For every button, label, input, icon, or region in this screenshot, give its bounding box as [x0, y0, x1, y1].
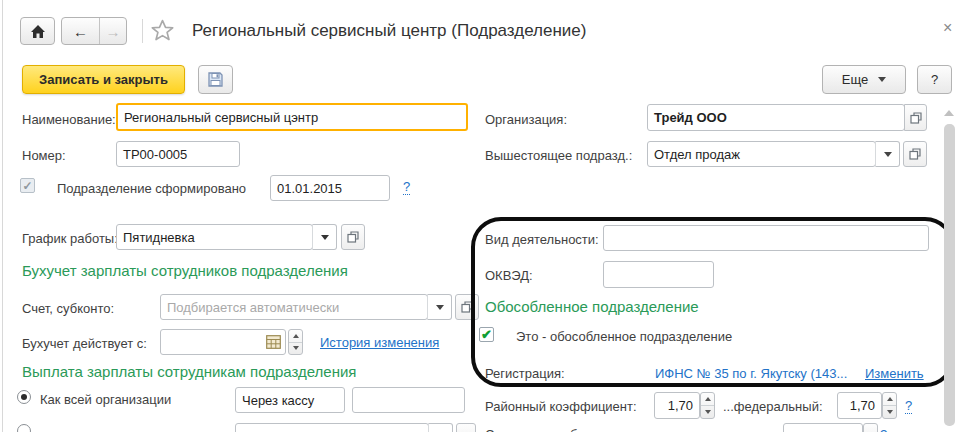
- okved-input[interactable]: [603, 261, 714, 288]
- activity-input[interactable]: [603, 225, 929, 251]
- section-payment-header: Выплата зарплаты сотрудникам подразделен…: [22, 363, 356, 380]
- account-open-button[interactable]: [455, 294, 479, 320]
- coefficient-help-link[interactable]: ?: [905, 398, 912, 414]
- forward-button[interactable]: →: [100, 18, 126, 44]
- change-registration-link[interactable]: Изменить: [865, 366, 924, 381]
- schedule-input[interactable]: Пятидневка: [116, 224, 313, 250]
- north-help-link[interactable]: ?: [880, 427, 887, 432]
- federal-coefficient-label: ...федеральный:: [723, 399, 823, 414]
- radio-option-2[interactable]: [17, 424, 31, 432]
- page-title: Региональный сервисный центр (Подразделе…: [192, 21, 586, 41]
- spin-up-button[interactable]: [864, 424, 877, 432]
- formed-date-input[interactable]: 01.01.2015: [270, 175, 390, 201]
- schedule-open-button[interactable]: [341, 224, 365, 250]
- number-input[interactable]: ТР00-0005: [116, 141, 240, 167]
- schedule-label: График работы:: [22, 231, 118, 246]
- organization-open-button[interactable]: [904, 104, 927, 131]
- open-list-icon: [461, 301, 473, 313]
- pay-extra-input[interactable]: [352, 387, 465, 413]
- organization-label: Организация:: [485, 112, 567, 127]
- formed-checkbox[interactable]: ✓: [20, 178, 35, 193]
- pay-option2-dropdown-button[interactable]: [428, 423, 453, 432]
- separate-checkbox[interactable]: ✔: [479, 327, 494, 342]
- section-accounting-header: Бухучет зарплаты сотрудников подразделен…: [22, 262, 348, 279]
- name-label: Наименование:: [22, 112, 116, 127]
- separate-checkbox-label: Это - обособленное подразделение: [516, 329, 732, 344]
- activity-label: Вид деятельности:: [485, 232, 599, 247]
- parent-department-label: Вышестоящее подразд.:: [485, 148, 632, 163]
- formed-help-link[interactable]: ?: [403, 179, 410, 195]
- registration-value[interactable]: ИФНС № 35 по г. Якутску (143...: [655, 366, 847, 381]
- department-form-window: ← → Региональный сервисный центр (Подраз…: [0, 0, 970, 432]
- account-label: Счет, субконто:: [22, 301, 114, 316]
- pay-method-input[interactable]: Через кассу: [235, 387, 345, 413]
- district-coefficient-spinner: [700, 392, 715, 419]
- north-allowance-spinner: [863, 423, 878, 432]
- more-button[interactable]: Еще: [822, 65, 906, 94]
- forward-arrow-icon: →: [106, 23, 121, 40]
- federal-coefficient-spinner: [882, 392, 897, 419]
- schedule-dropdown-button[interactable]: [312, 224, 337, 250]
- home-button[interactable]: [20, 17, 55, 45]
- chevron-down-icon: [878, 77, 886, 82]
- close-icon[interactable]: ×: [943, 20, 952, 36]
- accounting-date-spinner: [288, 329, 303, 355]
- district-coefficient-input[interactable]: 1,70: [654, 392, 700, 419]
- history-link[interactable]: История изменения: [320, 335, 439, 350]
- registration-label: Регистрация:: [485, 366, 565, 381]
- window-left-border: [2, 0, 3, 432]
- parent-dropdown-button[interactable]: [875, 141, 900, 167]
- name-input[interactable]: Региональный сервисный цэнтр: [116, 103, 468, 131]
- spin-up-button[interactable]: [883, 393, 896, 406]
- spin-down-button[interactable]: [289, 343, 302, 355]
- chevron-down-icon: [884, 152, 892, 157]
- favorite-star-button[interactable]: [150, 18, 175, 43]
- star-icon: [150, 18, 175, 43]
- more-button-label: Еще: [842, 72, 868, 87]
- toolbar-divider: [142, 19, 143, 43]
- north-allowance-input[interactable]: 100,00: [783, 423, 863, 432]
- spin-up-button[interactable]: [701, 393, 714, 406]
- account-dropdown-button[interactable]: [427, 294, 452, 320]
- spin-down-button[interactable]: [883, 406, 896, 418]
- calendar-icon[interactable]: [266, 335, 281, 349]
- formed-label: Подразделение сформировано: [57, 181, 246, 196]
- spin-up-button[interactable]: [289, 330, 302, 343]
- parent-open-button[interactable]: [903, 141, 927, 167]
- scrollbar-up-arrow[interactable]: [944, 110, 954, 116]
- floppy-save-icon: [207, 71, 224, 88]
- accounting-date-input[interactable]: [160, 329, 286, 355]
- section-separate-header: Обособленное подразделение: [485, 298, 699, 315]
- organization-input[interactable]: Трейд ООО: [647, 104, 905, 131]
- pay-option2-input[interactable]: [235, 423, 429, 432]
- back-arrow-icon: ←: [73, 23, 88, 40]
- history-nav-group: ← →: [61, 17, 127, 45]
- open-list-icon: [910, 112, 922, 124]
- scrollbar-thumb[interactable]: [944, 124, 955, 426]
- chevron-down-icon: [436, 305, 444, 310]
- spin-down-button[interactable]: [701, 406, 714, 418]
- open-list-icon: [347, 231, 359, 243]
- home-icon: [30, 24, 46, 39]
- accounting-date-label: Бухучет действует с:: [22, 336, 147, 351]
- help-button[interactable]: ?: [917, 65, 952, 94]
- back-button[interactable]: ←: [62, 18, 100, 44]
- chevron-down-icon: [321, 235, 329, 240]
- federal-coefficient-input[interactable]: 1,70: [837, 392, 882, 419]
- open-list-icon: [909, 148, 921, 160]
- account-input[interactable]: Подбирается автоматически: [160, 294, 428, 320]
- save-and-close-button[interactable]: Записать и закрыть: [22, 65, 185, 94]
- pay-option2-open-button[interactable]: [456, 423, 476, 432]
- radio-whole-org-label: Как всей организации: [40, 392, 171, 407]
- radio-whole-org[interactable]: [17, 390, 31, 404]
- number-label: Номер:: [22, 148, 66, 163]
- save-button[interactable]: [198, 65, 233, 94]
- north-allowance-label: Северная надбавка:: [485, 427, 608, 432]
- district-coefficient-label: Районный коэффициент:: [485, 399, 637, 414]
- parent-department-input[interactable]: Отдел продаж: [647, 141, 876, 167]
- okved-label: ОКВЭД:: [485, 268, 533, 283]
